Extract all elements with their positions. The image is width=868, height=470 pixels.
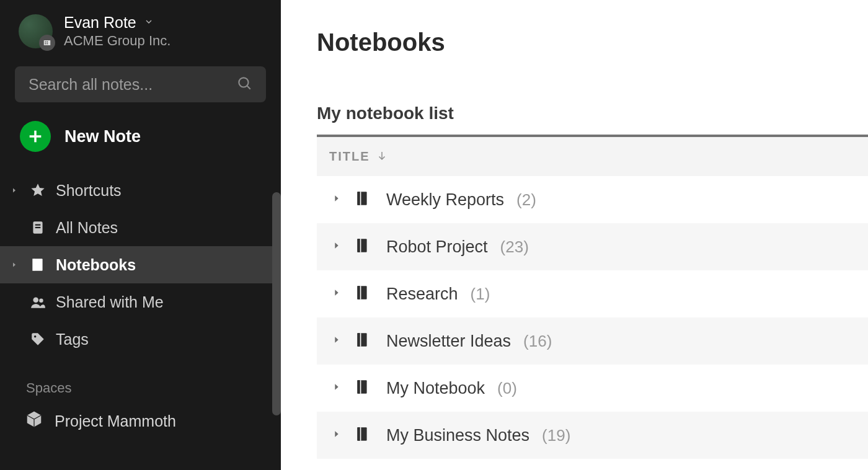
notebook-row[interactable]: Weekly Reports(2): [317, 176, 868, 223]
caret-right-icon[interactable]: [332, 335, 342, 347]
svg-rect-2: [46, 42, 48, 43]
user-name: Evan Rote: [64, 14, 136, 32]
new-note-label: New Note: [64, 127, 141, 146]
sidebar-nav: ShortcutsAll NotesNotebooksShared with M…: [0, 172, 281, 358]
notebook-title: My Business Notes: [386, 426, 529, 445]
note-icon: [29, 219, 47, 236]
notebook-icon: [354, 189, 370, 210]
notebook-row[interactable]: Newsletter Ideas(16): [317, 317, 868, 365]
people-icon: [29, 294, 47, 310]
svg-rect-4: [46, 43, 48, 45]
svg-line-6: [247, 86, 250, 89]
sidebar-item-label: Tags: [56, 330, 89, 348]
chevron-down-icon: [144, 17, 154, 29]
notebook-title: Research: [386, 285, 458, 304]
caret-right-icon[interactable]: [332, 241, 342, 253]
notebook-icon: [29, 257, 47, 273]
space-label: Project Mammoth: [55, 412, 176, 430]
search-input[interactable]: Search all notes...: [15, 66, 266, 102]
list-subtitle: My notebook list: [317, 104, 868, 123]
space-item-project-mammoth[interactable]: Project Mammoth: [0, 405, 281, 437]
notebook-count: (19): [542, 426, 570, 445]
sidebar-item-label: Shortcuts: [56, 182, 122, 200]
caret-right-icon[interactable]: [332, 429, 342, 441]
spaces-list: Project Mammoth: [0, 405, 281, 437]
notebook-icon: [354, 236, 370, 257]
search-placeholder: Search all notes...: [29, 76, 236, 94]
sidebar-scrollbar[interactable]: [272, 192, 281, 415]
sidebar-item-shortcuts[interactable]: Shortcuts: [0, 172, 281, 209]
caret-right-icon[interactable]: [332, 288, 342, 300]
spaces-heading: Spaces: [0, 358, 281, 405]
main-panel: Notebooks My notebook list TITLE Weekly …: [281, 0, 868, 470]
notebook-count: (1): [471, 285, 490, 304]
sidebar-item-tags[interactable]: Tags: [0, 321, 281, 358]
search-icon: [236, 75, 252, 94]
notebook-title: My Notebook: [386, 379, 485, 398]
notebook-icon: [354, 283, 370, 304]
notebook-icon: [354, 378, 370, 399]
sidebar-item-label: Notebooks: [56, 256, 136, 274]
plus-icon: [20, 121, 51, 152]
notebook-icon: [354, 425, 370, 446]
sidebar-item-label: Shared with Me: [56, 293, 164, 311]
notebook-row[interactable]: Research(1): [317, 270, 868, 317]
account-switcher[interactable]: Evan Rote ACME Group Inc.: [0, 0, 281, 49]
notebook-title: Robot Project: [386, 237, 488, 257]
user-org: ACME Group Inc.: [64, 33, 170, 49]
tag-icon: [29, 331, 47, 347]
cube-icon: [25, 410, 43, 432]
notebook-title: Newsletter Ideas: [386, 332, 511, 351]
caret-right-icon[interactable]: [332, 193, 342, 206]
notebook-row[interactable]: My Notebook(0): [317, 365, 868, 412]
svg-point-5: [239, 78, 248, 87]
org-badge-icon: [39, 35, 55, 51]
sort-arrow-down-icon: [376, 150, 388, 164]
sidebar-item-notebooks[interactable]: Notebooks: [0, 246, 281, 283]
sidebar: Evan Rote ACME Group Inc. Search all not…: [0, 0, 281, 470]
notebook-row[interactable]: My Business Notes(19): [317, 412, 868, 459]
svg-rect-1: [45, 42, 46, 43]
caret-right-icon: [9, 187, 20, 194]
sidebar-item-shared-with-me[interactable]: Shared with Me: [0, 283, 281, 321]
avatar: [19, 14, 53, 48]
svg-rect-3: [45, 43, 46, 45]
notebook-row[interactable]: Robot Project(23): [317, 223, 868, 270]
page-title: Notebooks: [317, 29, 868, 56]
caret-right-icon[interactable]: [332, 382, 342, 394]
column-header-label: TITLE: [329, 149, 370, 164]
new-note-button[interactable]: New Note: [0, 102, 281, 163]
notebook-count: (16): [523, 332, 552, 351]
svg-rect-0: [44, 40, 51, 45]
notebook-count: (2): [516, 190, 536, 210]
caret-right-icon: [9, 261, 20, 268]
notebook-icon: [354, 330, 370, 352]
notebook-title: Weekly Reports: [386, 190, 504, 210]
sidebar-item-label: All Notes: [56, 219, 118, 237]
column-header-title[interactable]: TITLE: [317, 137, 868, 176]
sidebar-item-all-notes[interactable]: All Notes: [0, 209, 281, 246]
notebook-table: TITLE Weekly Reports(2)Robot Project(23)…: [317, 135, 868, 459]
notebook-count: (0): [497, 379, 517, 398]
notebook-count: (23): [500, 237, 529, 257]
star-icon: [29, 182, 47, 198]
